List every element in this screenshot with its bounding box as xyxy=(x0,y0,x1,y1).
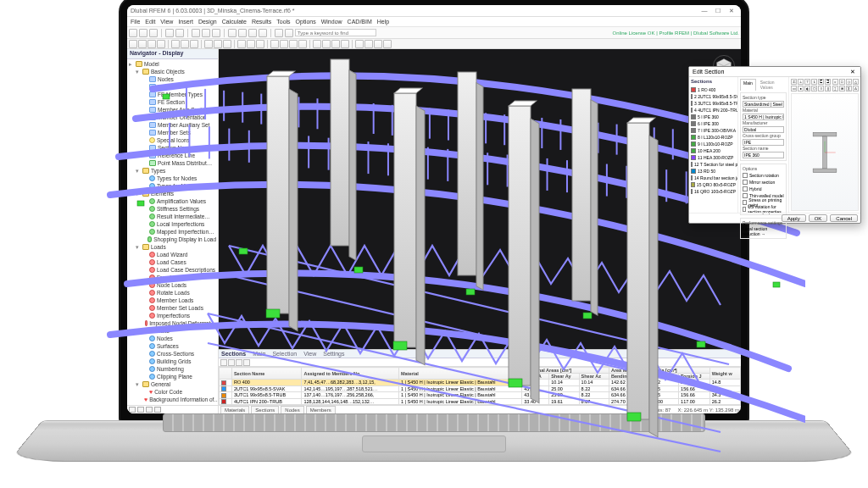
export-icon[interactable] xyxy=(243,359,250,366)
list-item[interactable]: 14 Round bar section joining xyxy=(691,175,736,181)
tree-item[interactable]: ▾Basic Objects xyxy=(129,68,216,75)
copy-icon[interactable] xyxy=(202,29,210,37)
list-item[interactable]: 4 4UTC1 IPN 200–TRUB xyxy=(691,107,736,114)
footer-tab-members[interactable]: Members xyxy=(306,406,336,413)
table-tab-view[interactable]: View xyxy=(303,351,316,357)
new-icon[interactable] xyxy=(129,29,137,37)
dialog-close-icon[interactable]: ✕ xyxy=(849,69,857,75)
tree-item[interactable]: Clipping Plane xyxy=(129,373,216,380)
solid-icon[interactable] xyxy=(157,40,165,48)
list-item[interactable]: 16 QRO 100x5-ROZP xyxy=(691,188,736,195)
render-wire-icon[interactable] xyxy=(237,40,246,48)
report-icon[interactable] xyxy=(223,40,231,48)
footer-tab-materials[interactable]: Materials xyxy=(220,406,249,413)
zoom-icon[interactable] xyxy=(238,29,247,37)
perf-value[interactable]: Local section reduction → xyxy=(743,226,784,236)
shape-icon[interactable]: ● xyxy=(798,86,804,92)
redo-icon[interactable] xyxy=(175,29,184,37)
results-icon[interactable] xyxy=(214,40,222,48)
open-icon[interactable] xyxy=(139,29,147,37)
tree-item[interactable]: Free Information… xyxy=(129,274,216,281)
shape-icon[interactable]: ○ xyxy=(832,79,838,85)
group-input[interactable] xyxy=(743,139,784,146)
measure-icon[interactable] xyxy=(285,29,293,37)
tree-item[interactable]: Reference Line xyxy=(129,152,216,159)
dialog-section-list[interactable]: Sections 1 RO 4002 2UTC1 99x95x8.5-SVAK3… xyxy=(689,77,738,213)
tree-item[interactable]: Member Sets xyxy=(129,129,216,136)
tree-item[interactable]: Rotate Loads xyxy=(129,289,216,297)
list-item[interactable]: 8 I L120x10-ROZP xyxy=(691,134,736,141)
copy-row-icon[interactable] xyxy=(236,359,242,366)
tree-item[interactable]: ♥Color Code xyxy=(129,388,216,396)
menu-view[interactable]: View xyxy=(160,19,173,25)
shape-icon[interactable]: □ xyxy=(839,79,845,85)
undo-icon[interactable] xyxy=(165,29,174,37)
tree-item[interactable]: Shopping Display in Load xyxy=(129,236,216,243)
dialog-tab-values[interactable]: Section Values xyxy=(758,79,787,91)
tree-item[interactable]: Node Loads xyxy=(129,281,216,289)
nav-tab-results-icon[interactable] xyxy=(154,407,161,413)
shape-icon[interactable]: ⊞ xyxy=(839,86,845,92)
surface-icon[interactable] xyxy=(147,40,156,48)
footer-tab-sections[interactable]: Sections xyxy=(251,406,279,413)
pan-icon[interactable] xyxy=(248,29,257,37)
checkbox-row[interactable]: Section rotation xyxy=(743,172,784,179)
tree-item[interactable]: Amplification Values xyxy=(129,197,216,205)
tree-item[interactable]: ▾Results xyxy=(129,327,216,335)
render-trans-icon[interactable] xyxy=(256,40,264,48)
list-item[interactable]: 5 I IPE 360 xyxy=(691,114,736,120)
calc-icon[interactable] xyxy=(204,40,213,48)
section-type-input[interactable] xyxy=(743,101,784,108)
shape-icon[interactable]: ⊤ xyxy=(804,79,810,85)
shape-icon[interactable]: ∥ xyxy=(825,86,831,92)
table-tab-main[interactable]: Main xyxy=(253,351,265,357)
checkbox-icon[interactable] xyxy=(743,200,747,205)
nav-tab-data-icon[interactable] xyxy=(129,407,136,413)
load-icon[interactable] xyxy=(171,40,180,48)
checkbox-row[interactable]: Hybrid xyxy=(743,186,784,192)
sections-table[interactable]: Section NameAssigned to Members No.Mater… xyxy=(219,367,741,405)
tree-item[interactable]: ▾General xyxy=(129,380,216,388)
tree-item[interactable]: ♥Background Information of… xyxy=(129,396,216,403)
tree-item[interactable]: ▾Loads xyxy=(129,243,216,251)
tree-item[interactable]: Imposed Nodal Deformat… xyxy=(129,319,216,327)
ok-button[interactable]: OK xyxy=(809,214,828,222)
shape-icon[interactable]: ≡ xyxy=(818,86,824,92)
table-row[interactable]: 4UTC1 IPN 200–TRUB128,128,144,146,148…15… xyxy=(220,398,741,405)
tree-item[interactable]: Load Case Descriptions xyxy=(129,266,216,274)
tree-item[interactable]: Member Set Loads xyxy=(129,304,216,312)
tree-item[interactable]: Types for Members xyxy=(129,182,216,190)
navigator-tree[interactable]: ▸Model▾Basic Objects Nodes Members FE Me… xyxy=(127,59,218,405)
dialog-tab-main[interactable]: Main xyxy=(740,79,756,91)
tree-item[interactable]: Numbering xyxy=(129,365,216,373)
label-icon[interactable] xyxy=(383,40,392,48)
menu-file[interactable]: File xyxy=(131,19,140,25)
menu-design[interactable]: Design xyxy=(198,19,217,25)
search-input[interactable] xyxy=(295,29,376,36)
hinge-icon[interactable] xyxy=(190,40,198,48)
visibility-icon[interactable] xyxy=(341,40,349,48)
list-item[interactable]: 3 3UTC1 99x95x8.5-TRUB xyxy=(691,100,736,107)
dim-icon[interactable] xyxy=(298,40,307,48)
shape-icon[interactable]: ⊐ xyxy=(825,79,831,85)
axis-icon[interactable] xyxy=(289,40,298,48)
tree-item[interactable]: Section Name xyxy=(129,144,216,152)
shape-icon[interactable]: ⬡ xyxy=(811,86,817,92)
shape-icon[interactable]: ╳ xyxy=(846,86,852,92)
tree-item[interactable]: Member Auxiliary Set xyxy=(129,121,216,129)
tree-item[interactable]: Stiffness Settings xyxy=(129,205,216,213)
tree-item[interactable]: Members xyxy=(129,83,216,91)
tree-item[interactable]: Special Icons xyxy=(129,136,216,144)
table-row[interactable]: 2UTC1 99x95x8.5-SVAK142,145…195,197…287,… xyxy=(220,385,741,392)
checkbox-icon[interactable] xyxy=(743,207,746,212)
list-item[interactable]: 12 T Section for steel plate… xyxy=(691,161,736,168)
checkbox-icon[interactable] xyxy=(743,173,748,178)
tree-item[interactable]: ▾Elements xyxy=(129,190,216,197)
color-icon[interactable] xyxy=(313,40,321,48)
tree-item[interactable]: Cross-Sections xyxy=(129,350,216,358)
filter-icon[interactable] xyxy=(331,40,340,48)
tree-item[interactable]: Member Orientation xyxy=(129,114,216,121)
list-item[interactable]: 11 HEA 300-ROZP xyxy=(691,154,736,161)
checkbox-row[interactable]: US notation for section properties xyxy=(743,206,784,213)
tree-item[interactable]: Result Intermediate… xyxy=(129,213,216,220)
